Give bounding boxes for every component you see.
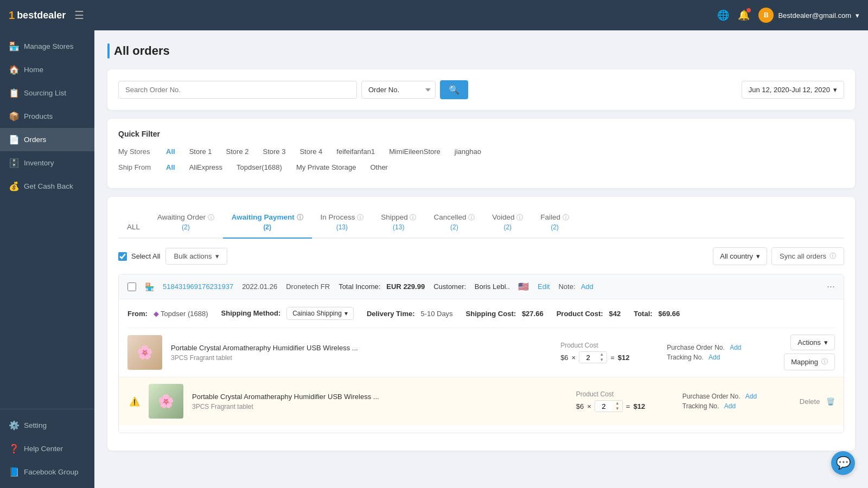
qty-down-arrow-2[interactable]: ▼ xyxy=(612,406,622,412)
total-label: Total: xyxy=(634,310,652,318)
mapping-button[interactable]: Mapping ⓘ xyxy=(784,354,835,370)
sidebar-item-sourcing-list[interactable]: 📋 Sourcing List xyxy=(0,81,94,105)
qty-up-arrow[interactable]: ▲ xyxy=(597,352,607,357)
bell-icon[interactable]: 🔔 xyxy=(738,9,750,21)
total-income-amount: 229.99 xyxy=(403,282,425,291)
delete-button[interactable]: Delete 🗑️ xyxy=(800,397,835,406)
store-icon: 🏪 xyxy=(9,41,18,52)
total-section: Total: $69.66 xyxy=(634,310,680,318)
order-checkbox[interactable] xyxy=(127,282,136,291)
quick-filter-label: Quick Filter xyxy=(118,130,844,138)
quantity-input-2[interactable] xyxy=(595,401,612,412)
tab-awaiting-order-count: (2) xyxy=(182,223,190,231)
qty-up-arrow-2[interactable]: ▲ xyxy=(612,401,622,406)
mapping-label: Mapping xyxy=(791,358,818,366)
info-icon-3: ⓘ xyxy=(357,214,363,221)
tab-in-process-label: In Process ⓘ xyxy=(321,213,364,222)
chat-bubble[interactable]: 💬 xyxy=(831,451,855,475)
search-button[interactable]: 🔍 xyxy=(440,80,468,99)
sidebar: 🏪 Manage Stores 🏠 Home 📋 Sourcing List 📦… xyxy=(0,30,94,488)
tab-all[interactable]: ALL xyxy=(118,217,149,239)
equals-sign-2: = xyxy=(626,402,630,410)
quick-filter-card: Quick Filter My Stores All Store 1 Store… xyxy=(107,119,855,188)
sidebar-item-orders[interactable]: 📄 Orders xyxy=(0,128,94,151)
purchase-order-add-2[interactable]: Add xyxy=(745,393,757,400)
tab-awaiting-order[interactable]: Awaiting Order ⓘ (2) xyxy=(149,208,223,239)
chat-icon: 💬 xyxy=(836,456,851,470)
navbar: 1 bestdealer ☰ 🌐 🔔 B Bestdealer@gmail.co… xyxy=(0,0,868,30)
filter-tag-feifeifanfan1[interactable]: feifeifanfan1 xyxy=(331,146,380,157)
filter-tag-store2[interactable]: Store 2 xyxy=(221,146,254,157)
search-type-select[interactable]: Order No. Customer Name Product Name xyxy=(361,81,436,99)
select-all-checkbox[interactable] xyxy=(118,252,127,261)
sidebar-item-manage-stores[interactable]: 🏪 Manage Stores xyxy=(0,35,94,58)
select-all-label: Select All xyxy=(131,252,160,260)
product-row-highlight: ⚠️ 🌸 Portable Crystal Aromatheraphy Humi… xyxy=(118,377,844,425)
order-card: 🏪 518431969176231937 2022.01.26 Dronetec… xyxy=(118,274,844,433)
page-title-bar: All orders xyxy=(107,43,855,59)
sidebar-item-inventory[interactable]: 🗄️ Inventory xyxy=(0,151,94,175)
filter-tag-ship-all[interactable]: All xyxy=(161,162,181,173)
globe-icon[interactable]: 🌐 xyxy=(717,9,729,21)
product-variant: 3PCS Fragrant tablet xyxy=(171,354,552,362)
tab-cancelled[interactable]: Cancelled ⓘ (2) xyxy=(425,208,483,239)
filter-tag-private-storage[interactable]: My Private Storage xyxy=(291,162,362,173)
filter-tag-jianghao[interactable]: jianghao xyxy=(449,146,487,157)
orders-icon: 📄 xyxy=(9,134,18,145)
user-menu[interactable]: B Bestdealer@gmail.com ▾ xyxy=(758,8,859,23)
sync-all-orders-button[interactable]: Sync all orders ⓘ xyxy=(771,247,844,265)
shipping-method-button[interactable]: Cainiao Shipping ▾ xyxy=(286,307,354,320)
sidebar-item-products[interactable]: 📦 Products xyxy=(0,105,94,128)
date-range-text: Jun 12, 2020-Jul 12, 2020 xyxy=(749,86,830,94)
all-country-button[interactable]: All country ▾ xyxy=(713,247,767,265)
tracking-no-add-2[interactable]: Add xyxy=(724,402,736,410)
filter-tag-aliexpress[interactable]: AliExpress xyxy=(184,162,228,173)
product-cost-section: Product Cost: $42 xyxy=(557,310,621,318)
note-add-link[interactable]: Add xyxy=(581,282,593,291)
page-title: All orders xyxy=(114,44,170,58)
actions-button[interactable]: Actions ▾ xyxy=(790,335,835,350)
tracking-no-label-2: Tracking No. xyxy=(682,402,719,410)
filter-tag-topdser[interactable]: Topdser(1688) xyxy=(231,162,288,173)
inventory-icon: 🗄️ xyxy=(9,158,18,168)
filter-tag-store1[interactable]: Store 1 xyxy=(184,146,218,157)
tracking-no-add[interactable]: Add xyxy=(709,354,720,361)
hamburger-menu[interactable]: ☰ xyxy=(74,9,84,22)
search-input[interactable] xyxy=(118,81,357,99)
delivery-time-label: Delivery Time: xyxy=(367,310,415,318)
chevron-down-icon: ▾ xyxy=(856,11,859,20)
tab-failed[interactable]: Failed ⓘ (2) xyxy=(532,208,578,239)
bulk-actions-button[interactable]: Bulk actions ▾ xyxy=(165,248,227,265)
sidebar-item-facebook-group[interactable]: 📘 Facebook Group xyxy=(0,460,94,484)
filter-tag-MimiEileenStore[interactable]: MimiEileenStore xyxy=(384,146,446,157)
tab-voided[interactable]: Voided ⓘ (2) xyxy=(483,208,532,239)
sidebar-item-help-center[interactable]: ❓ Help Center xyxy=(0,437,94,460)
date-range-button[interactable]: Jun 12, 2020-Jul 12, 2020 ▾ xyxy=(742,81,844,99)
sidebar-bottom: ⚙️ Setting ❓ Help Center 📘 Facebook Grou… xyxy=(0,409,94,484)
from-label-text: From: xyxy=(127,310,148,318)
filter-tag-store3[interactable]: Store 3 xyxy=(257,146,291,157)
filter-tag-store4[interactable]: Store 4 xyxy=(294,146,328,157)
qty-down-arrow[interactable]: ▼ xyxy=(597,357,607,363)
right-actions: All country ▾ Sync all orders ⓘ xyxy=(713,247,844,265)
filter-tag-stores-all[interactable]: All xyxy=(161,146,181,157)
sidebar-item-home[interactable]: 🏠 Home xyxy=(0,58,94,81)
tab-awaiting-payment[interactable]: Awaiting Payment ⓘ (2) xyxy=(223,208,312,239)
orders-card: ALL Awaiting Order ⓘ (2) Awaiting Paymen… xyxy=(107,197,855,451)
tab-shipped[interactable]: Shipped ⓘ (13) xyxy=(372,208,425,239)
product-info-2: Portable Crystal Aromatheraphy Humidifie… xyxy=(192,393,567,410)
sidebar-item-get-cash-back[interactable]: 💰 Get Cash Back xyxy=(0,175,94,198)
sidebar-item-setting[interactable]: ⚙️ Setting xyxy=(0,414,94,437)
purchase-order-no-2: Purchase Order No. Add xyxy=(682,393,791,400)
order-more-button[interactable]: ··· xyxy=(827,281,835,292)
quantity-input[interactable] xyxy=(579,352,597,363)
layout: 🏪 Manage Stores 🏠 Home 📋 Sourcing List 📦… xyxy=(0,30,868,488)
unit-price: $6 xyxy=(560,354,568,362)
order-id[interactable]: 518431969176231937 xyxy=(163,282,233,291)
product-info: Portable Crystal Aromatheraphy Humidifie… xyxy=(171,344,552,362)
filter-tag-other[interactable]: Other xyxy=(365,162,393,173)
edit-link[interactable]: Edit xyxy=(538,282,550,291)
product-cost-label-2: Product Cost xyxy=(576,390,674,398)
purchase-order-add[interactable]: Add xyxy=(730,344,741,351)
tab-in-process[interactable]: In Process ⓘ (13) xyxy=(312,208,373,239)
